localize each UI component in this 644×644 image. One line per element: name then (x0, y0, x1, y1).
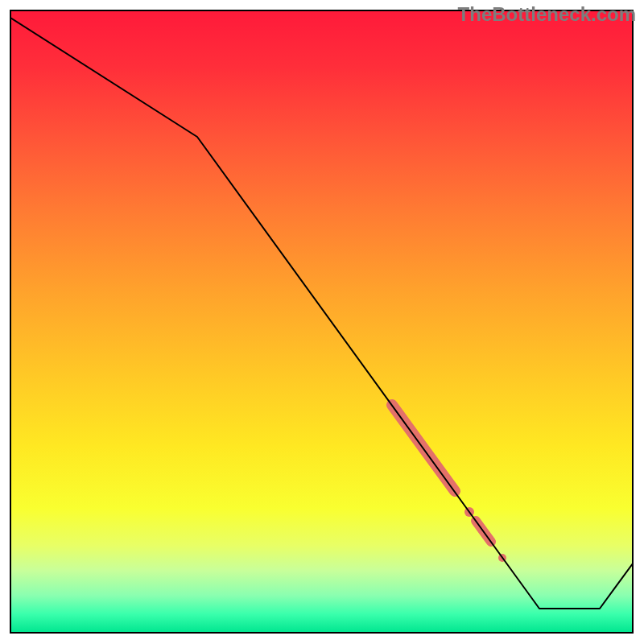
gradient-background (10, 10, 633, 633)
chart-container: TheBottleneck.com (0, 0, 644, 644)
watermark-text: TheBottleneck.com (458, 3, 636, 26)
bottleneck-chart (0, 0, 644, 644)
